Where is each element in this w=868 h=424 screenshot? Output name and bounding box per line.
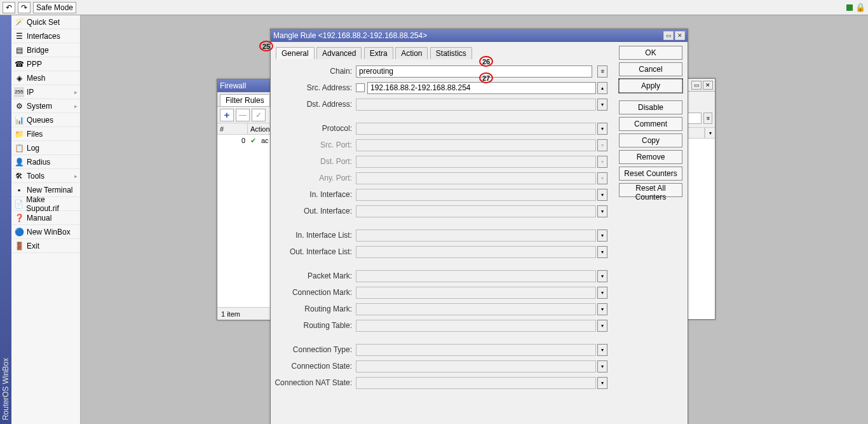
reset-counters-button[interactable]: Reset Counters [619,167,682,181]
expand-button[interactable]: ▾ [597,99,607,111]
tab-action[interactable]: Action [395,47,428,59]
sidebar-item-interfaces[interactable]: ☰Interfaces [11,29,80,43]
expand-button: ▾ [597,172,607,184]
dst-address-input[interactable] [356,99,596,111]
sidebar-item-quickset[interactable]: 🪄Quick Set [11,15,80,29]
conn-nat-label: Connection NAT State: [275,378,356,387]
expand-button[interactable]: ▾ [597,189,607,201]
tab-statistics[interactable]: Statistics [430,47,472,59]
sidebar-item-label: New WinBox [27,228,71,236]
sidebar-item-manual[interactable]: ❓Manual [11,211,80,225]
close-button[interactable]: ✕ [675,31,685,40]
conn-type-input[interactable] [356,344,596,356]
conn-state-input[interactable] [356,360,596,373]
expand-button[interactable]: ▾ [597,377,607,389]
cell-action: ac [259,137,271,144]
sidebar-item-winbox[interactable]: 🔵New WinBox [11,225,80,239]
sidebar-item-files[interactable]: 📁Files [11,127,80,141]
expand-button[interactable]: ▾ [597,270,607,282]
expand-button[interactable]: ▾ [597,205,607,217]
sidebar-item-label: Tools [27,172,44,181]
src-address-input[interactable] [367,82,596,94]
tab-extra[interactable]: Extra [364,47,393,59]
in-interface-input[interactable] [356,189,596,201]
chain-input[interactable] [356,65,592,78]
add-button[interactable]: + [220,109,234,121]
chevron-right-icon: ▸ [74,89,78,95]
tools-icon: 🛠 [14,171,24,181]
conn-mark-input[interactable] [356,287,596,299]
sidebar-item-radius[interactable]: 👤Radius [11,155,80,169]
out-interface-input[interactable] [356,205,596,217]
minimize-button[interactable]: ▭ [691,81,702,90]
in-iflist-input[interactable] [356,229,596,242]
sidebar-item-bridge[interactable]: ▤Bridge [11,43,80,57]
ppp-icon: ☎ [14,59,24,69]
sidebar-item-exit[interactable]: 🚪Exit [11,239,80,253]
close-button[interactable]: ✕ [703,81,713,90]
remove-button[interactable]: Remove [619,150,682,164]
redo-button[interactable]: ↷ [18,2,31,13]
safe-mode-button[interactable]: Safe Mode [33,2,76,13]
conn-nat-input[interactable] [356,377,596,389]
out-iflist-input[interactable] [356,246,596,258]
collapse-button[interactable]: ▴ [597,82,607,94]
mangle-title: Mangle Rule <192.168.88.2-192.168.88.254… [273,31,427,40]
ip-icon: 255 [14,87,24,97]
disable-button[interactable]: Disable [619,100,682,114]
sidebar-item-queues[interactable]: 📊Queues [11,113,80,127]
undo-button[interactable]: ↶ [3,2,15,13]
sidebar-item-supout[interactable]: 📄Make Supout.rif [11,197,80,211]
apply-button[interactable]: Apply [619,79,682,93]
expand-button[interactable]: ▾ [597,320,607,332]
cell-num: 0 [217,137,248,144]
expand-button[interactable]: ▾ [597,344,607,356]
protocol-label: Protocol: [275,124,356,133]
col-num[interactable]: # [217,123,248,134]
routing-mark-input[interactable] [356,303,596,315]
expand-button[interactable]: ▾ [597,246,607,258]
remove-button[interactable]: — [236,109,250,121]
expand-button[interactable]: ▾ [597,287,607,299]
sidebar-item-mesh[interactable]: ◈Mesh [11,71,80,85]
protocol-input[interactable] [356,123,596,135]
sidebar-item-log[interactable]: 📋Log [11,141,80,155]
sidebar-item-label: Interfaces [27,32,60,41]
gear-icon: ⚙ [14,101,24,111]
sidebar-item-tools[interactable]: 🛠Tools▸ [11,169,80,183]
expand-button: ▾ [597,139,607,151]
expand-button[interactable]: ▾ [597,360,607,373]
copy-button[interactable]: Copy [619,133,682,147]
sidebar-item-ppp[interactable]: ☎PPP [11,57,80,71]
sidebar-item-ip[interactable]: 255IP▸ [11,85,80,99]
src-port-input [356,139,596,151]
sidebar-item-system[interactable]: ⚙System▸ [11,99,80,113]
tab-general[interactable]: General [276,47,315,59]
mangle-titlebar[interactable]: Mangle Rule <192.168.88.2-192.168.88.254… [271,29,688,42]
chain-dropdown-button[interactable]: ∓ [597,65,607,78]
reset-all-counters-button[interactable]: Reset All Counters [619,183,682,197]
comment-button[interactable]: Comment [619,117,682,131]
sidebar-item-label: Make Supout.rif [26,195,78,213]
brand-bar: RouterOS WinBox [0,15,11,424]
cancel-button[interactable]: Cancel [619,62,682,76]
enable-button[interactable]: ✓ [252,109,266,121]
manual-icon: ❓ [14,213,24,223]
annotation-badge-26: 26 [479,56,493,67]
lock-icon: 🔒 [855,3,865,12]
chevron-right-icon: ▸ [74,103,78,109]
packet-mark-input[interactable] [356,270,596,282]
dropdown-button[interactable]: ∓ [703,113,712,124]
mesh-icon: ◈ [14,73,24,83]
expand-button[interactable]: ▾ [597,123,607,135]
expand-button[interactable]: ▾ [597,229,607,242]
minimize-button[interactable]: ▭ [663,31,674,40]
column-menu-button[interactable]: ▾ [705,128,715,138]
tab-filter-rules[interactable]: Filter Rules [220,94,270,106]
routing-table-input[interactable] [356,320,596,332]
packet-mark-label: Packet Mark: [275,271,356,280]
ok-button[interactable]: OK [619,46,682,60]
expand-button[interactable]: ▾ [597,303,607,315]
src-address-invert-checkbox[interactable] [356,83,365,92]
tab-advanced[interactable]: Advanced [316,47,362,59]
